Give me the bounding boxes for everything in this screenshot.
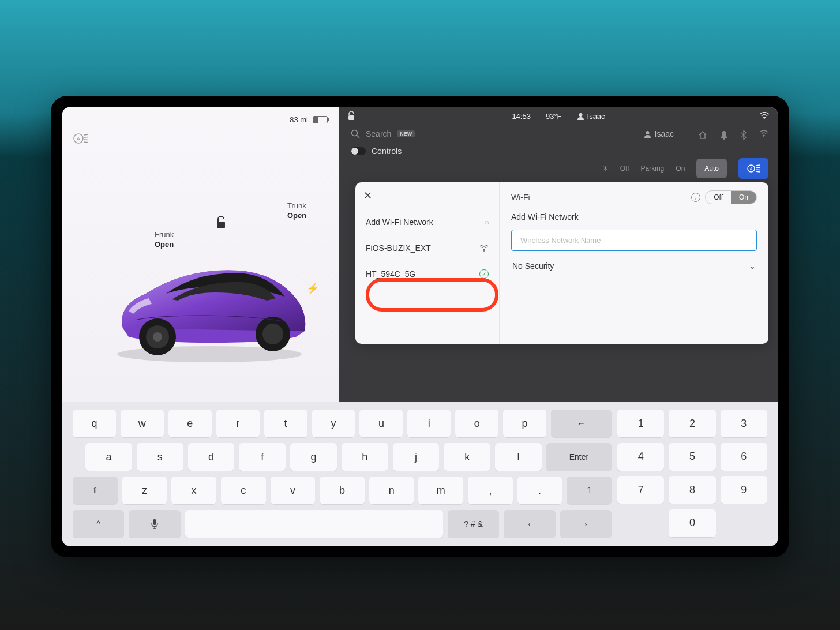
key-period[interactable]: . [518,477,562,504]
close-button[interactable]: ✕ [363,189,372,202]
key-6[interactable]: 6 [721,443,767,471]
wifi-popup: ✕ Add Wi-Fi Network › › FiOS-BUZIX_EXT [355,182,768,344]
key-i[interactable]: i [407,410,451,437]
wifi-toggle[interactable]: Off On [705,190,757,204]
svg-point-18 [646,131,649,134]
status-wifi-icon[interactable] [759,112,770,120]
status-bar: 14:53 93°F Isaac [339,107,778,125]
svg-point-14 [579,113,582,117]
wifi-detail-panel: Wi-Fi i Off On Add Wi-Fi Network [500,182,768,344]
bluetooth-icon[interactable] [741,130,747,140]
svg-line-24 [756,168,760,168]
add-wifi-network-item[interactable]: Add Wi-Fi Network › › [355,209,499,235]
trunk-label[interactable]: Trunk Open [287,201,306,221]
chevron-down-icon: ⌄ [749,261,756,271]
lights-headlamp-button[interactable]: A [738,158,768,179]
key-j[interactable]: j [393,443,440,471]
wifi-network-item[interactable]: FiOS-BUZIX_EXT [355,235,499,261]
key-w[interactable]: w [121,410,164,437]
numpad: 1 2 3 4 5 6 7 8 9 0 [617,410,767,538]
key-2[interactable]: 2 [669,410,715,437]
svg-rect-28 [153,519,156,525]
lock-icon[interactable] [215,216,227,230]
lights-on[interactable]: On [676,164,685,172]
key-enter[interactable]: Enter [546,443,612,471]
wifi-title: Wi-Fi [511,193,530,202]
keyboard-row-4: ^ ? # & ‹ › [73,510,612,538]
key-left[interactable]: ‹ [504,510,555,538]
key-r[interactable]: r [216,410,260,437]
key-h[interactable]: h [342,443,388,471]
key-3[interactable]: 3 [721,410,767,437]
key-m[interactable]: m [418,477,463,504]
wifi-off[interactable]: Off [706,191,731,204]
info-icon[interactable]: i [691,193,700,202]
key-n[interactable]: n [369,477,414,504]
key-7[interactable]: 7 [617,476,664,504]
key-b[interactable]: b [320,477,365,504]
key-f[interactable]: f [239,443,286,471]
status-lock-icon[interactable] [347,111,355,121]
key-a[interactable]: a [85,443,132,471]
wifi-small-icon[interactable] [759,130,768,140]
key-d[interactable]: d [188,443,235,471]
key-z[interactable]: z [122,477,167,504]
key-o[interactable]: o [455,410,498,437]
key-5[interactable]: 5 [669,443,715,471]
key-p[interactable]: p [503,410,546,437]
key-x[interactable]: x [171,477,216,504]
keyboard-row-2: a s d f g h j k l Enter [73,443,612,471]
key-backspace[interactable]: ← [551,410,612,437]
key-k[interactable]: k [444,443,490,471]
key-caret[interactable]: ^ [73,510,124,538]
controls-row[interactable]: Controls [339,143,778,159]
keyboard-row-1: q w e r t y u i o p ← [73,410,612,437]
key-4[interactable]: 4 [617,443,664,471]
key-comma[interactable]: , [468,477,513,504]
lights-off[interactable]: Off [620,164,629,172]
key-space[interactable] [185,510,443,538]
svg-line-3 [84,137,88,138]
key-v[interactable]: v [271,477,316,504]
key-y[interactable]: y [312,410,355,437]
key-g[interactable]: g [290,443,337,471]
key-l[interactable]: l [495,443,542,471]
lights-parking[interactable]: Parking [641,164,665,172]
key-8[interactable]: 8 [669,476,715,504]
car-area: Frunk Open Trunk Open ⚡ [68,161,333,380]
key-1[interactable]: 1 [617,410,664,437]
right-icon-row [698,130,768,140]
key-s[interactable]: s [137,443,183,471]
key-shift[interactable]: ⇧ [73,477,118,504]
range-value: 83 mi [290,115,308,124]
add-network-label: Add Wi-Fi Network [511,212,757,222]
new-badge: NEW [397,130,415,137]
key-shift-right[interactable]: ⇧ [567,477,612,504]
frunk-label[interactable]: Frunk Open [155,230,174,250]
svg-line-17 [357,136,360,138]
security-dropdown[interactable]: No Security ⌄ [511,259,757,273]
tablet-frame: 83 mi A Frunk Open Trunk Open [51,96,789,557]
wifi-on[interactable]: On [731,191,756,204]
key-symbols[interactable]: ? # & [448,510,499,538]
key-9[interactable]: 9 [721,476,767,504]
headlight-auto-icon: A [73,133,89,144]
svg-text:A: A [77,136,80,141]
key-c[interactable]: c [221,477,266,504]
chevron-right-icon: › › [485,217,489,227]
key-e[interactable]: e [168,410,212,437]
key-mic[interactable] [129,510,180,538]
homelink-icon[interactable] [698,130,707,140]
status-profile[interactable]: Isaac [577,112,605,121]
key-right[interactable]: › [560,510,612,538]
key-q[interactable]: q [73,410,116,437]
key-0[interactable]: 0 [669,509,715,537]
profile-small[interactable]: Isaac [644,129,674,138]
key-t[interactable]: t [264,410,308,437]
wifi-network-item[interactable]: HT_594C_5G ✓ [355,261,499,287]
key-u[interactable]: u [359,410,403,437]
brightness-icon: ☀ [602,164,609,172]
notification-icon[interactable] [720,130,728,140]
lights-auto-button[interactable]: Auto [696,159,727,178]
network-name-input[interactable]: Wireless Network Name [511,230,757,251]
